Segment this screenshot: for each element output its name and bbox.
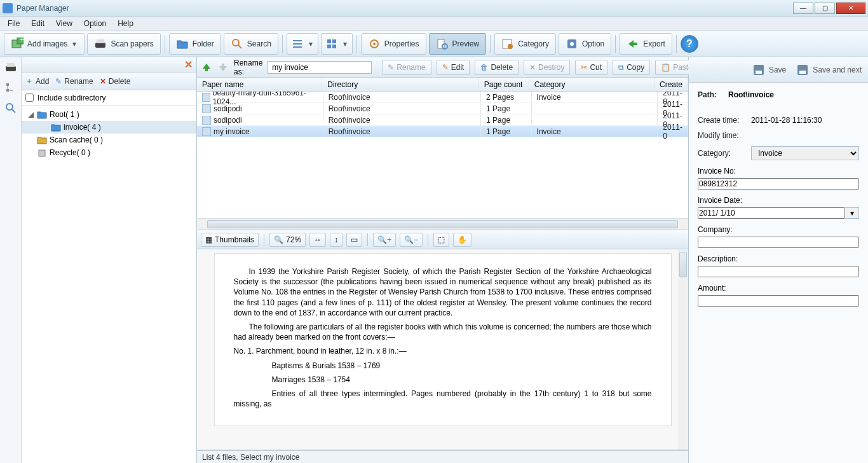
delete-folder-button[interactable]: ✕Delete xyxy=(100,77,131,86)
rename-folder-button[interactable]: ✎Rename xyxy=(55,77,93,86)
col-category[interactable]: Category xyxy=(529,78,654,91)
fit-page-button[interactable]: ▭ xyxy=(346,233,362,247)
svg-rect-13 xyxy=(332,45,336,48)
option-button[interactable]: Option xyxy=(559,33,611,55)
close-panel-icon[interactable]: ✕ xyxy=(184,59,193,71)
table-row[interactable]: sodipodiRoot\invoice1 Page2011-0 xyxy=(197,114,688,126)
edit-button[interactable]: ✎Edit xyxy=(437,60,470,75)
tree-rail-icon[interactable] xyxy=(4,81,17,94)
col-page-count[interactable]: Page count xyxy=(479,78,529,91)
svg-rect-32 xyxy=(756,71,762,74)
col-paper-name[interactable]: Paper name xyxy=(197,78,322,91)
dropdown-icon[interactable]: ▾ xyxy=(308,39,314,48)
col-directory[interactable]: Directory xyxy=(322,78,478,91)
hand-icon: ✋ xyxy=(458,235,467,244)
datepicker-icon[interactable]: ▾ xyxy=(845,207,859,219)
cut-button[interactable]: ✂Cut xyxy=(575,60,607,75)
disk-icon xyxy=(796,64,809,76)
close-button[interactable]: ✕ xyxy=(836,3,865,14)
table-row[interactable]: beauty-hilary-duff-3165961-1024...Root\i… xyxy=(197,92,688,103)
amount-row: Amount: xyxy=(698,284,859,307)
menu-option[interactable]: Option xyxy=(79,18,111,29)
svg-rect-12 xyxy=(327,45,331,48)
select-tool-button[interactable]: ⬚ xyxy=(433,233,449,247)
rename-button[interactable]: ✎Rename xyxy=(382,60,431,75)
dropdown-icon[interactable]: ▾ xyxy=(71,39,78,48)
description-input[interactable] xyxy=(698,266,859,277)
maximize-button[interactable]: ▢ xyxy=(815,3,835,14)
table-row[interactable]: sodipodiRoot\invoice1 Page2011-0 xyxy=(197,103,688,114)
save-button[interactable]: Save xyxy=(752,64,786,76)
app-icon xyxy=(3,3,13,13)
folder-icon xyxy=(176,38,189,50)
preview-vscroll[interactable] xyxy=(678,249,688,450)
company-input[interactable] xyxy=(698,237,859,248)
thumbnails-icon: ▦ xyxy=(205,235,212,244)
grid-hscroll[interactable] xyxy=(197,218,688,230)
zoom-in-button[interactable]: 🔍+ xyxy=(373,233,396,247)
folder-icon xyxy=(37,135,47,145)
add-folder-button[interactable]: ＋Add xyxy=(25,76,49,86)
properties-button[interactable]: Properties xyxy=(361,33,426,55)
export-button[interactable]: Export xyxy=(620,33,672,55)
zoom-in-icon: 🔍+ xyxy=(377,235,391,244)
app-title: Paper Manager xyxy=(17,4,793,13)
rename-as-input[interactable] xyxy=(268,61,372,74)
scanner-rail-icon[interactable] xyxy=(4,61,17,74)
col-create[interactable]: Create xyxy=(654,78,688,91)
minimize-button[interactable]: — xyxy=(793,3,813,14)
grid-view-button[interactable]: ▾ xyxy=(321,33,353,55)
tree-root[interactable]: ◢Root( 1 ) xyxy=(22,108,196,121)
fit-height-button[interactable]: ↕ xyxy=(330,233,342,247)
delete-button[interactable]: 🗑Delete xyxy=(475,60,519,75)
menu-help[interactable]: Help xyxy=(112,18,139,29)
menu-file[interactable]: File xyxy=(3,18,25,29)
down-arrow-icon[interactable] xyxy=(217,62,229,73)
folder-button[interactable]: Folder xyxy=(169,33,221,55)
description-label: Description: xyxy=(698,254,859,263)
preview-button[interactable]: Preview xyxy=(429,33,487,55)
thumbnails-button[interactable]: ▦Thumbnails xyxy=(201,233,259,247)
disk-icon xyxy=(752,64,765,76)
add-images-button[interactable]: + Add images ▾ xyxy=(4,33,85,55)
help-button[interactable]: ? xyxy=(681,35,698,53)
menu-edit[interactable]: Edit xyxy=(26,18,50,29)
zoom-button[interactable]: 🔍72% xyxy=(269,233,306,247)
properties-label: Properties xyxy=(384,39,419,48)
up-arrow-icon[interactable] xyxy=(201,62,212,73)
scissors-icon: ✂ xyxy=(581,63,587,72)
svg-point-28 xyxy=(6,104,13,110)
doc-icon xyxy=(202,93,210,102)
tree-invoice[interactable]: invoice( 4 ) xyxy=(22,121,196,134)
include-subdir-checkbox[interactable] xyxy=(25,93,34,102)
amount-input[interactable] xyxy=(698,295,859,307)
destroy-button[interactable]: ✕Destroy xyxy=(524,60,570,75)
modify-time-row: Modify time: xyxy=(698,131,859,140)
tree-recycle[interactable]: Recycle( 0 ) xyxy=(22,146,196,159)
menu-view[interactable]: View xyxy=(51,18,78,29)
tree-scan-cache[interactable]: Scan cache( 0 ) xyxy=(22,134,196,146)
copy-button[interactable]: ⧉Copy xyxy=(613,60,650,75)
table-row[interactable]: my invoiceRoot\invoice1 PageInvoice2011-… xyxy=(197,126,688,137)
invoice-date-input[interactable] xyxy=(698,207,845,219)
preview-paragraph: The following are particulars of all the… xyxy=(234,322,652,342)
list-view-button[interactable]: ▾ xyxy=(287,33,318,55)
svg-rect-30 xyxy=(39,150,45,156)
hand-tool-button[interactable]: ✋ xyxy=(453,233,471,247)
category-button[interactable]: Category xyxy=(494,33,556,55)
properties-panel: Save Save and next Path:Root\invoice Cre… xyxy=(689,57,868,463)
main-row: ✕ ＋Add ✎Rename ✕Delete Include subdirect… xyxy=(0,57,868,463)
preview-area[interactable]: In 1939 the Yorkshire Parish Register So… xyxy=(197,249,688,450)
save-and-next-button[interactable]: Save and next xyxy=(796,64,862,76)
search-rail-icon[interactable] xyxy=(4,102,17,114)
scan-papers-button[interactable]: Scan papers xyxy=(87,33,160,55)
fit-width-button[interactable]: ↔ xyxy=(309,233,326,247)
invoice-no-input[interactable] xyxy=(698,178,859,190)
search-button[interactable]: Search xyxy=(224,33,278,55)
dropdown-icon[interactable]: ▾ xyxy=(342,39,348,48)
invoice-date-label: Invoice Date: xyxy=(698,196,859,205)
folder-label: Folder xyxy=(193,39,214,48)
zoom-out-button[interactable]: 🔍− xyxy=(400,233,423,247)
category-select[interactable]: Invoice xyxy=(751,146,859,160)
svg-rect-22 xyxy=(6,66,16,71)
